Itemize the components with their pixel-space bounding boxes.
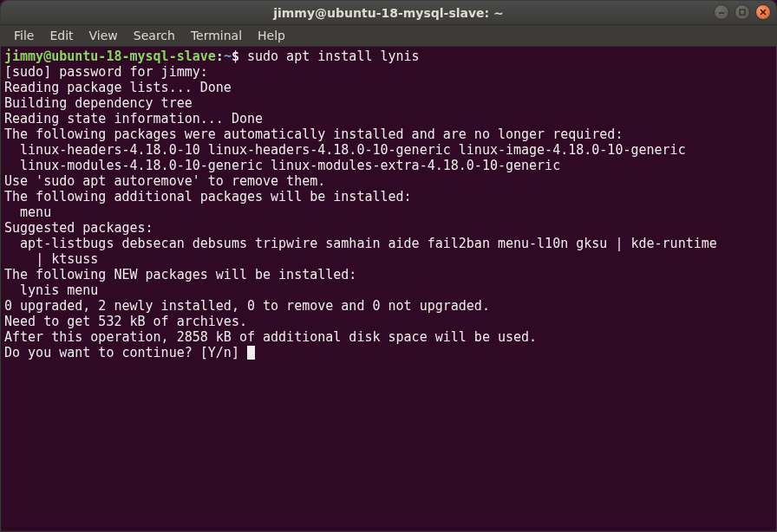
terminal-window: jimmy@ubuntu-18-mysql-slave: ~ File Edit… [0,0,777,532]
output-line: | ktsuss [4,251,773,267]
cursor [247,346,255,360]
menu-file[interactable]: File [6,26,42,45]
output-line: After this operation, 2858 kB of additio… [4,329,773,345]
output-line: Building dependency tree [4,95,773,111]
output-line: Reading state information... Done [4,111,773,127]
output-line: menu [4,204,773,220]
output-line: Suggested packages: [4,220,773,236]
command-text: sudo apt install lynis [247,49,420,64]
prompt-dollar: $ [232,49,247,64]
minimize-button[interactable] [714,4,729,20]
output-line: lynis menu [4,282,773,298]
window-title: jimmy@ubuntu-18-mysql-slave: ~ [273,6,504,20]
output-line: Reading package lists... Done [4,80,773,95]
window-controls [714,4,771,20]
minimize-icon [717,8,726,16]
menu-edit[interactable]: Edit [42,26,81,45]
output-line: apt-listbugs debsecan debsums tripwire s… [4,236,773,251]
menu-search[interactable]: Search [126,26,183,45]
close-button[interactable] [755,4,771,20]
output-line: The following packages were automaticall… [4,127,773,142]
titlebar[interactable]: jimmy@ubuntu-18-mysql-slave: ~ [1,1,776,25]
output-line: The following NEW packages will be insta… [4,267,773,282]
output-line: linux-headers-4.18.0-10 linux-headers-4.… [4,142,773,158]
menu-help[interactable]: Help [250,26,293,45]
output-line: [sudo] password for jimmy: [4,64,773,80]
menu-terminal[interactable]: Terminal [183,26,250,45]
output-line: 0 upgraded, 2 newly installed, 0 to remo… [4,298,773,314]
output-line: Do you want to continue? [Y/n] [4,345,773,360]
maximize-icon [738,8,747,16]
menubar: File Edit View Search Terminal Help [1,25,776,47]
prompt-line: jimmy@ubuntu-18-mysql-slave:~$ sudo apt … [4,49,773,64]
output-line: Need to get 532 kB of archives. [4,314,773,329]
svg-rect-1 [740,10,745,15]
prompt-colon: : [216,49,224,64]
prompt-user-host: jimmy@ubuntu-18-mysql-slave [4,49,216,64]
maximize-button[interactable] [735,4,750,20]
prompt-path: ~ [224,49,232,64]
output-line: linux-modules-4.18.0-10-generic linux-mo… [4,158,773,173]
output-line: The following additional packages will b… [4,189,773,204]
terminal-body[interactable]: jimmy@ubuntu-18-mysql-slave:~$ sudo apt … [1,47,776,531]
close-icon [759,8,767,16]
output-line: Use 'sudo apt autoremove' to remove them… [4,173,773,189]
menu-view[interactable]: View [82,26,126,45]
